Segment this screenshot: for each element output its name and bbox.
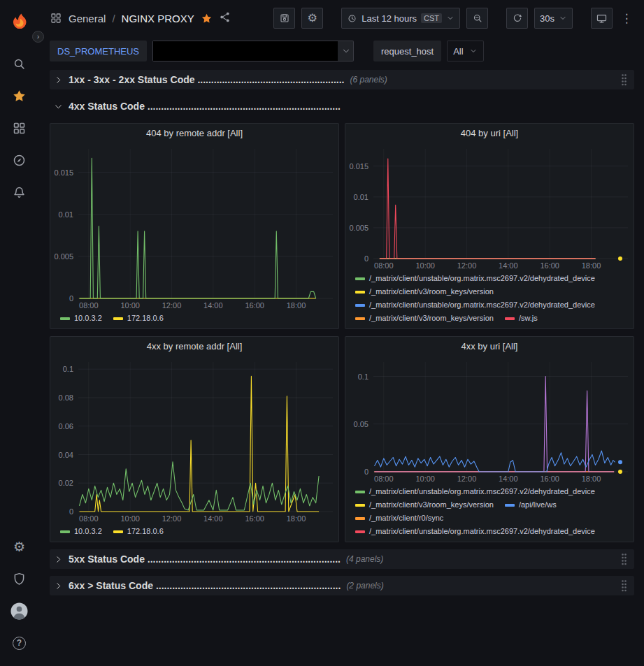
chevron-right-icon: › — [37, 33, 40, 41]
legend-series-marker-icon — [505, 504, 515, 507]
main-area: General / NGINX PROXY — [38, 0, 644, 666]
legend-item[interactable]: 172.18.0.6 — [113, 312, 164, 324]
legend-series-label: /sw.js — [519, 312, 538, 324]
legend-item[interactable]: /_matrix/client/r0/sync — [355, 512, 443, 524]
refresh-interval-dropdown[interactable]: 30s — [534, 8, 573, 29]
svg-text:0.04: 0.04 — [59, 451, 73, 459]
sidebar-item-profile[interactable] — [0, 595, 38, 627]
favorite-star-button[interactable] — [201, 13, 213, 24]
compass-icon — [12, 153, 27, 168]
svg-text:0.02: 0.02 — [59, 479, 73, 487]
sidebar-item-dashboards[interactable] — [0, 112, 38, 144]
svg-text:08:00: 08:00 — [79, 301, 99, 310]
request-host-variable-label[interactable]: request_host — [373, 41, 441, 61]
question-mark: ? — [17, 638, 22, 648]
legend-item[interactable]: 10.0.3.2 — [60, 526, 102, 537]
legend-item[interactable]: /_matrix/client/v3/room_keys/version — [355, 499, 494, 511]
panel-chart[interactable]: 00.0050.010.01508:0010:0012:0014:0016:00… — [50, 143, 338, 311]
refresh-interval-label: 30s — [540, 13, 554, 24]
tv-mode-button[interactable] — [591, 8, 613, 29]
svg-text:12:00: 12:00 — [457, 475, 477, 483]
sidebar-item-search[interactable] — [0, 48, 38, 80]
legend-item[interactable]: /_matrix/client/unstable/org.matrix.msc2… — [355, 486, 595, 498]
panel-title[interactable]: 4xx by uri [All] — [345, 337, 634, 356]
panel-title[interactable]: 4xx by remote addr [All] — [50, 337, 338, 356]
svg-text:16:00: 16:00 — [540, 475, 559, 483]
panel-chart[interactable]: 00.0050.010.01508:0010:0012:0014:0016:00… — [345, 143, 634, 271]
svg-text:18:00: 18:00 — [582, 261, 601, 270]
more-options-button[interactable]: ⋮ — [619, 8, 634, 29]
zoom-out-button[interactable] — [466, 8, 488, 29]
legend-item[interactable]: /_matrix/client/v3/room_keys/version — [355, 286, 494, 298]
timezone-badge: CST — [421, 13, 442, 23]
svg-text:0.015: 0.015 — [54, 168, 73, 177]
legend-series-marker-icon — [355, 304, 365, 307]
request-host-select[interactable]: All — [447, 41, 483, 61]
svg-text:0.05: 0.05 — [354, 420, 368, 428]
breadcrumb-section[interactable]: General — [69, 13, 106, 24]
datasource-value-redacted — [153, 41, 338, 61]
chevron-down-icon — [341, 46, 351, 56]
legend-item[interactable]: /_matrix/client/v3/room_keys/version — [355, 312, 494, 324]
row-6xx-status-code[interactable]: 6xx > Status Code ......................… — [50, 576, 634, 595]
avatar — [10, 602, 28, 620]
drag-handle-icon[interactable] — [621, 579, 627, 592]
time-range-picker[interactable]: Last 12 hours CST — [341, 8, 460, 29]
chevron-right-icon — [54, 75, 63, 85]
chevron-down-icon — [559, 14, 567, 22]
timeseries-plot[interactable]: 00.0050.010.01508:0010:0012:0014:0016:00… — [345, 143, 634, 271]
row-title: 1xx - 3xx - 2xx Status Code ............… — [69, 74, 344, 85]
svg-text:0.01: 0.01 — [59, 210, 73, 219]
legend-item[interactable]: 172.18.0.6 — [113, 526, 164, 537]
chevron-down-icon — [446, 14, 455, 22]
legend-item[interactable]: /_matrix/client/unstable/org.matrix.msc2… — [355, 273, 595, 284]
legend-item[interactable]: /api/live/ws — [505, 499, 557, 511]
timeseries-plot[interactable]: 00.020.040.060.080.108:0010:0012:0014:00… — [50, 356, 338, 524]
sidebar-item-help[interactable]: ? — [0, 627, 38, 659]
drag-handle-icon[interactable] — [621, 553, 627, 565]
row-panel-count: (4 panels) — [346, 554, 383, 564]
sidebar-item-starred[interactable] — [0, 80, 38, 112]
legend-item[interactable]: 10.0.3.2 — [60, 312, 102, 324]
svg-text:0.06: 0.06 — [59, 422, 73, 430]
sidebar-item-explore[interactable] — [0, 144, 38, 176]
sidebar: ⚙ ? — [0, 0, 38, 666]
row-4xx-status-code[interactable]: 4xx Status Code ........................… — [50, 96, 634, 116]
legend-series-marker-icon — [60, 317, 70, 320]
legend-series-label: /_matrix/client/unstable/org.matrix.msc2… — [369, 486, 595, 498]
row-5xx-status-code[interactable]: 5xx Status Code ........................… — [50, 549, 634, 569]
panel-chart[interactable]: 00.020.040.060.080.108:0010:0012:0014:00… — [50, 356, 338, 524]
panel-404-by-remote-addr: 404 by remote addr [All] 00.0050.010.015… — [50, 123, 339, 329]
svg-text:12:00: 12:00 — [162, 301, 182, 310]
legend-item[interactable]: /sw.js — [505, 312, 538, 324]
panel-chart[interactable]: 00.050.108:0010:0012:0014:0016:0018:00 — [345, 356, 634, 484]
kebab-icon: ⋮ — [621, 13, 633, 24]
timeseries-plot[interactable]: 00.050.108:0010:0012:0014:0016:0018:00 — [345, 356, 634, 484]
legend-series-label: /_matrix/client/unstable/org.matrix.msc2… — [369, 526, 595, 537]
svg-text:16:00: 16:00 — [245, 514, 264, 523]
panel-legend: /_matrix/client/unstable/org.matrix.msc2… — [345, 484, 634, 542]
panel-4xx-by-remote-addr: 4xx by remote addr [All] 00.020.040.060.… — [50, 336, 339, 542]
legend-item[interactable]: /_matrix/client/unstable/org.matrix.msc2… — [355, 299, 595, 311]
svg-text:0.1: 0.1 — [63, 365, 73, 373]
timeseries-plot[interactable]: 00.0050.010.01508:0010:0012:0014:0016:00… — [50, 143, 338, 311]
dashboard-settings-button[interactable]: ⚙ — [301, 8, 323, 29]
refresh-button[interactable] — [506, 8, 528, 29]
save-dashboard-button[interactable] — [273, 8, 295, 29]
legend-series-label: /api/live/ws — [519, 499, 557, 511]
sidebar-item-settings[interactable]: ⚙ — [0, 530, 38, 563]
legend-item[interactable]: /_matrix/client/unstable/org.matrix.msc2… — [355, 526, 595, 537]
panel-title[interactable]: 404 by uri [All] — [345, 124, 634, 143]
share-button[interactable] — [219, 11, 231, 25]
row-1xx-3xx-2xx-status-code[interactable]: 1xx - 3xx - 2xx Status Code ............… — [50, 70, 634, 89]
datasource-variable-label[interactable]: DS_PROMETHEUS — [50, 41, 147, 61]
sidebar-item-alerting[interactable] — [0, 176, 38, 208]
panel-title[interactable]: 404 by remote addr [All] — [50, 124, 338, 143]
drag-handle-icon[interactable] — [621, 73, 627, 86]
sidebar-item-server-admin[interactable] — [0, 563, 38, 595]
datasource-select[interactable] — [152, 41, 354, 61]
panel-4xx-by-uri: 4xx by uri [All] 00.050.108:0010:0012:00… — [345, 336, 634, 542]
legend-series-label: 10.0.3.2 — [74, 312, 102, 324]
svg-text:0: 0 — [69, 294, 73, 303]
sidebar-expand-button[interactable]: › — [32, 31, 44, 43]
